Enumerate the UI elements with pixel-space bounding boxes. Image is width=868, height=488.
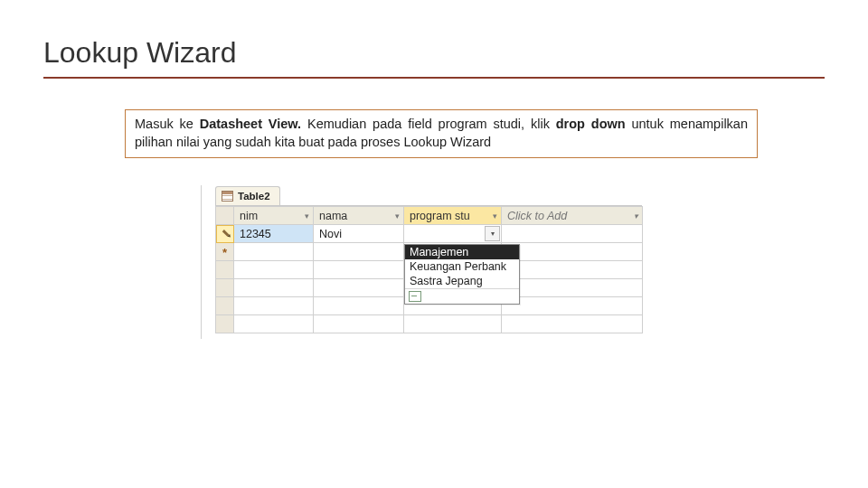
cell-nama[interactable]: Novi xyxy=(314,225,404,243)
chevron-down-icon: ▾ xyxy=(634,211,638,221)
cell-nim[interactable]: 12345 xyxy=(234,225,314,243)
cell-empty[interactable] xyxy=(502,243,643,261)
cell-program-studi[interactable]: ▾ Manajemen Keuangan Perbank Sastra Jepa… xyxy=(404,225,502,243)
row-selector-new[interactable]: * xyxy=(216,243,234,261)
chevron-down-icon: ▾ xyxy=(395,211,400,221)
new-row-icon: * xyxy=(222,246,227,259)
row-selector-blank xyxy=(216,261,234,279)
cell-empty[interactable] xyxy=(314,243,404,261)
row-selector-blank xyxy=(216,315,234,333)
column-header-click-to-add[interactable]: Click to Add ▾ xyxy=(502,207,643,225)
column-header-program-studi[interactable]: program stu ▾ xyxy=(404,207,502,225)
callout-bold-2: drop down xyxy=(556,117,626,131)
dropdown-button[interactable]: ▾ xyxy=(485,226,500,241)
chevron-down-icon: ▾ xyxy=(305,211,309,221)
callout-text-1: Masuk ke xyxy=(135,117,200,131)
access-screenshot: Table2 nim ▾ nama ▾ program stu ▾ xyxy=(201,185,653,333)
header-row: nim ▾ nama ▾ program stu ▾ Click to Add … xyxy=(216,207,643,225)
title-underline xyxy=(43,77,825,79)
instruction-callout: Masuk ke Datasheet View. Kemudian pada f… xyxy=(125,109,758,158)
dropdown-option[interactable]: Sastra Jepang xyxy=(405,274,519,288)
col-label-nama: nama xyxy=(319,210,347,222)
row-selector-current[interactable] xyxy=(216,225,234,243)
cell-empty[interactable] xyxy=(234,243,314,261)
col-label-add: Click to Add xyxy=(507,210,567,222)
chevron-down-icon: ▾ xyxy=(493,211,497,221)
callout-text-2: Kemudian pada field program studi, klik xyxy=(301,117,556,131)
slide-title: Lookup Wizard xyxy=(43,36,825,70)
table-icon xyxy=(222,191,233,202)
row-selector-blank xyxy=(216,279,234,297)
data-row-1[interactable]: 12345 Novi ▾ Manajemen Keuangan Perbank … xyxy=(216,225,643,243)
col-label-nim: nim xyxy=(240,210,258,222)
callout-bold-1: Datasheet View. xyxy=(200,117,301,131)
tab-label: Table2 xyxy=(238,191,270,202)
column-header-nama[interactable]: nama ▾ xyxy=(314,207,404,225)
edit-list-items[interactable] xyxy=(405,288,519,304)
column-header-nim[interactable]: nim ▾ xyxy=(234,207,314,225)
select-all-cell[interactable] xyxy=(216,207,234,225)
edit-list-icon xyxy=(409,291,421,302)
lookup-dropdown-list: Manajemen Keuangan Perbank Sastra Jepang xyxy=(404,244,520,305)
left-divider xyxy=(201,185,202,339)
dropdown-option[interactable]: Manajemen xyxy=(405,245,519,259)
blank-row xyxy=(216,315,643,333)
slide: Lookup Wizard Masuk ke Datasheet View. K… xyxy=(0,0,868,488)
pencil-icon xyxy=(220,227,232,239)
col-label-prog: program stu xyxy=(410,210,470,222)
datasheet-grid: nim ▾ nama ▾ program stu ▾ Click to Add … xyxy=(215,206,643,333)
tab-bar: Table2 xyxy=(215,185,642,206)
tab-table2[interactable]: Table2 xyxy=(215,186,280,205)
row-selector-blank xyxy=(216,297,234,315)
dropdown-option[interactable]: Keuangan Perbank xyxy=(405,259,519,274)
cell-empty-add[interactable] xyxy=(502,225,643,243)
